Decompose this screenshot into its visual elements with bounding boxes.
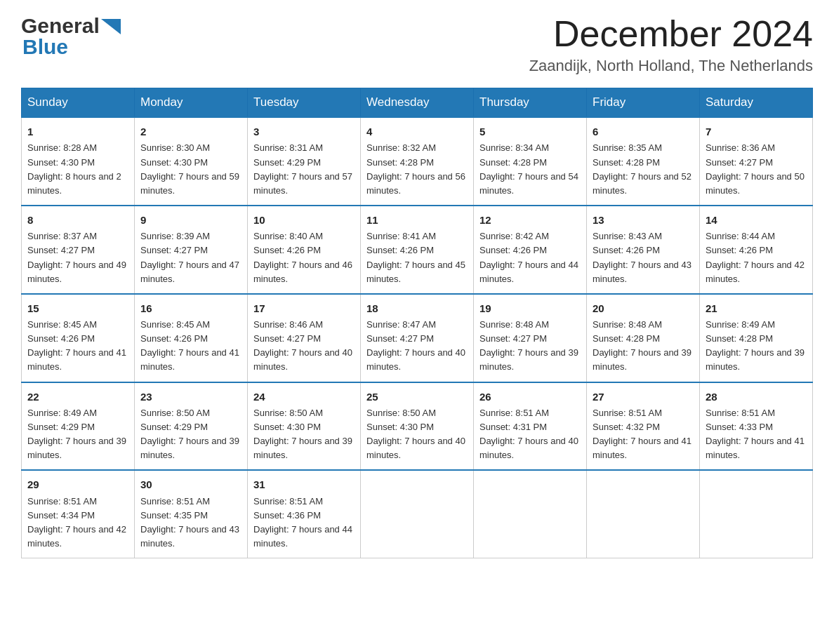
day-number: 28 [706, 389, 807, 405]
day-cell-27: 27 Sunrise: 8:51 AM Sunset: 4:32 PM Dayl… [587, 382, 700, 471]
day-sunrise: Sunrise: 8:44 AM [706, 231, 775, 241]
day-cell-11: 11 Sunrise: 8:41 AM Sunset: 4:26 PM Dayl… [361, 206, 474, 294]
day-sunset: Sunset: 4:27 PM [366, 333, 434, 344]
day-number: 24 [253, 389, 355, 405]
week-row-2: 8 Sunrise: 8:37 AM Sunset: 4:27 PM Dayli… [22, 206, 813, 294]
day-cell-2: 2 Sunrise: 8:30 AM Sunset: 4:30 PM Dayli… [135, 117, 248, 206]
day-number: 8 [27, 212, 128, 228]
day-number: 10 [253, 212, 355, 228]
day-sunrise: Sunrise: 8:37 AM [27, 231, 97, 241]
day-cell-1: 1 Sunrise: 8:28 AM Sunset: 4:30 PM Dayli… [22, 117, 135, 206]
day-sunset: Sunset: 4:35 PM [140, 510, 208, 521]
day-sunrise: Sunrise: 8:43 AM [593, 231, 662, 241]
day-sunrise: Sunrise: 8:51 AM [706, 408, 775, 418]
day-daylight: Daylight: 7 hours and 50 minutes. [706, 171, 805, 196]
day-daylight: Daylight: 7 hours and 59 minutes. [140, 171, 239, 196]
day-sunset: Sunset: 4:26 PM [27, 333, 95, 344]
day-sunset: Sunset: 4:32 PM [593, 422, 660, 432]
day-sunrise: Sunrise: 8:48 AM [479, 319, 549, 330]
day-cell-7: 7 Sunrise: 8:36 AM Sunset: 4:27 PM Dayli… [700, 117, 813, 206]
day-cell-6: 6 Sunrise: 8:35 AM Sunset: 4:28 PM Dayli… [587, 117, 700, 206]
day-number: 29 [27, 476, 128, 492]
day-daylight: Daylight: 7 hours and 41 minutes. [706, 436, 805, 460]
day-cell-18: 18 Sunrise: 8:47 AM Sunset: 4:27 PM Dayl… [361, 294, 474, 382]
day-sunrise: Sunrise: 8:31 AM [253, 142, 323, 153]
location-subtitle: Zaandijk, North Holland, The Netherlands [529, 57, 813, 75]
day-cell-3: 3 Sunrise: 8:31 AM Sunset: 4:29 PM Dayli… [248, 117, 361, 206]
day-sunrise: Sunrise: 8:28 AM [27, 142, 97, 153]
day-cell-20: 20 Sunrise: 8:48 AM Sunset: 4:28 PM Dayl… [587, 294, 700, 382]
day-sunrise: Sunrise: 8:35 AM [593, 142, 662, 153]
day-daylight: Daylight: 7 hours and 56 minutes. [366, 171, 465, 196]
day-sunrise: Sunrise: 8:50 AM [140, 408, 210, 418]
day-sunset: Sunset: 4:27 PM [27, 245, 95, 255]
header-wednesday: Wednesday [361, 88, 474, 118]
day-daylight: Daylight: 7 hours and 39 minutes. [253, 436, 352, 460]
empty-cell [361, 470, 474, 558]
day-cell-4: 4 Sunrise: 8:32 AM Sunset: 4:28 PM Dayli… [361, 117, 474, 206]
day-sunset: Sunset: 4:26 PM [479, 245, 547, 255]
day-daylight: Daylight: 7 hours and 47 minutes. [140, 260, 239, 284]
day-sunrise: Sunrise: 8:36 AM [706, 142, 775, 153]
day-number: 2 [140, 123, 241, 140]
day-daylight: Daylight: 7 hours and 39 minutes. [593, 347, 691, 372]
day-cell-8: 8 Sunrise: 8:37 AM Sunset: 4:27 PM Dayli… [22, 206, 135, 294]
day-sunrise: Sunrise: 8:30 AM [140, 142, 210, 153]
day-number: 19 [479, 300, 581, 316]
day-cell-12: 12 Sunrise: 8:42 AM Sunset: 4:26 PM Dayl… [474, 206, 587, 294]
day-number: 30 [140, 476, 241, 492]
day-daylight: Daylight: 7 hours and 40 minutes. [366, 347, 465, 372]
day-sunset: Sunset: 4:36 PM [253, 510, 321, 521]
day-cell-9: 9 Sunrise: 8:39 AM Sunset: 4:27 PM Dayli… [135, 206, 248, 294]
day-sunrise: Sunrise: 8:32 AM [366, 142, 436, 153]
day-sunrise: Sunrise: 8:49 AM [706, 319, 775, 330]
page-header: General Blue December 2024 Zaandijk, Nor… [21, 14, 813, 75]
day-sunset: Sunset: 4:28 PM [706, 333, 773, 344]
day-sunset: Sunset: 4:28 PM [593, 333, 660, 344]
day-sunrise: Sunrise: 8:51 AM [140, 496, 210, 507]
day-daylight: Daylight: 7 hours and 42 minutes. [706, 260, 805, 284]
day-number: 4 [366, 123, 468, 140]
day-sunset: Sunset: 4:26 PM [366, 245, 434, 255]
day-number: 12 [479, 212, 581, 228]
empty-cell [700, 470, 813, 558]
day-number: 16 [140, 300, 241, 316]
day-number: 1 [27, 123, 128, 140]
week-row-3: 15 Sunrise: 8:45 AM Sunset: 4:26 PM Dayl… [22, 294, 813, 382]
day-number: 21 [706, 300, 807, 316]
day-sunrise: Sunrise: 8:45 AM [140, 319, 210, 330]
day-daylight: Daylight: 7 hours and 39 minutes. [479, 347, 578, 372]
day-cell-13: 13 Sunrise: 8:43 AM Sunset: 4:26 PM Dayl… [587, 206, 700, 294]
day-sunset: Sunset: 4:27 PM [479, 333, 547, 344]
day-sunset: Sunset: 4:28 PM [366, 157, 434, 168]
day-daylight: Daylight: 7 hours and 43 minutes. [140, 524, 239, 549]
day-daylight: Daylight: 7 hours and 57 minutes. [253, 171, 352, 196]
day-sunrise: Sunrise: 8:48 AM [593, 319, 662, 330]
day-number: 7 [706, 123, 807, 140]
day-number: 11 [366, 212, 468, 228]
day-number: 9 [140, 212, 241, 228]
day-number: 18 [366, 300, 468, 316]
day-sunset: Sunset: 4:27 PM [140, 245, 208, 255]
day-sunrise: Sunrise: 8:51 AM [479, 408, 549, 418]
day-sunrise: Sunrise: 8:49 AM [27, 408, 97, 418]
logo-blue-text: Blue [21, 35, 68, 59]
day-sunrise: Sunrise: 8:51 AM [253, 496, 323, 507]
day-daylight: Daylight: 7 hours and 39 minutes. [140, 436, 239, 460]
day-cell-5: 5 Sunrise: 8:34 AM Sunset: 4:28 PM Dayli… [474, 117, 587, 206]
day-sunset: Sunset: 4:30 PM [140, 157, 208, 168]
day-daylight: Daylight: 7 hours and 46 minutes. [253, 260, 352, 284]
day-sunrise: Sunrise: 8:50 AM [253, 408, 323, 418]
empty-cell [587, 470, 700, 558]
day-daylight: Daylight: 7 hours and 40 minutes. [366, 436, 465, 460]
day-sunrise: Sunrise: 8:34 AM [479, 142, 549, 153]
day-sunset: Sunset: 4:29 PM [253, 157, 321, 168]
day-number: 5 [479, 123, 581, 140]
day-cell-19: 19 Sunrise: 8:48 AM Sunset: 4:27 PM Dayl… [474, 294, 587, 382]
day-sunset: Sunset: 4:30 PM [253, 422, 321, 432]
day-number: 6 [593, 123, 694, 140]
day-number: 15 [27, 300, 128, 316]
day-cell-14: 14 Sunrise: 8:44 AM Sunset: 4:26 PM Dayl… [700, 206, 813, 294]
day-daylight: Daylight: 7 hours and 44 minutes. [479, 260, 578, 284]
day-daylight: Daylight: 7 hours and 41 minutes. [140, 347, 239, 372]
